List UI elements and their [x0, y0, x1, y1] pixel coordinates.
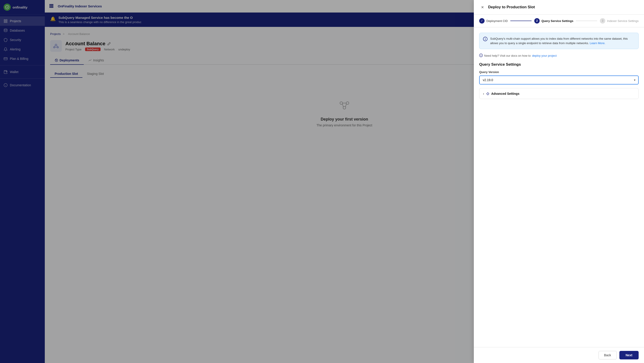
- modal-drawer: ✕ Deploy to Production Slot ✓ Deployment…: [474, 0, 644, 363]
- modal-footer: Back Next: [474, 347, 644, 363]
- step-1-label: Deployment CID: [486, 19, 508, 23]
- info-icon: [483, 37, 488, 45]
- step-3-label: Indexer Service Settings: [607, 19, 639, 23]
- step-deployment-cid: ✓ Deployment CID: [479, 18, 508, 24]
- modal-body: SubQuery's multi-chain support allows yo…: [474, 27, 644, 347]
- query-version-field: Query Version v2.19.0 v2.18.0 v2.17.0 v2…: [479, 70, 639, 85]
- modal-title: Deploy to Production Slot: [488, 5, 535, 10]
- advanced-settings-toggle[interactable]: › ◇ Advanced Settings: [480, 88, 638, 99]
- step-1-circle: ✓: [479, 18, 484, 24]
- deploy-docs-link[interactable]: deploy your project: [532, 54, 557, 57]
- modal-close-button[interactable]: ✕: [479, 4, 486, 10]
- help-icon: [479, 54, 483, 58]
- section-title: Query Service Settings: [479, 62, 639, 67]
- svg-point-36: [481, 55, 481, 55]
- learn-more-link[interactable]: Learn More.: [590, 42, 605, 45]
- step-connector-2: [576, 21, 597, 21]
- step-2-label: Query Service Settings: [542, 19, 573, 23]
- step-indexer-service: 3 Indexer Service Settings: [600, 18, 639, 24]
- modal-stepper: ✓ Deployment CID 2 Query Service Setting…: [474, 15, 644, 27]
- advanced-diamond-icon: ◇: [486, 91, 489, 96]
- svg-point-34: [485, 38, 486, 39]
- multichain-info-box: SubQuery's multi-chain support allows yo…: [479, 33, 639, 49]
- query-version-select-wrapper: v2.19.0 v2.18.0 v2.17.0 v2.16.0 ▾: [479, 76, 639, 85]
- help-text: Need help? Visit our docs on how to depl…: [479, 54, 639, 58]
- query-version-select[interactable]: v2.19.0 v2.18.0 v2.17.0 v2.16.0: [479, 76, 639, 85]
- step-2-circle: 2: [534, 18, 540, 24]
- next-button[interactable]: Next: [619, 351, 639, 359]
- step-connector-1: [510, 21, 532, 21]
- query-version-label: Query Version: [479, 70, 639, 74]
- advanced-chevron-icon: ›: [483, 92, 484, 96]
- info-text: SubQuery's multi-chain support allows yo…: [490, 37, 635, 45]
- step-query-service: 2 Query Service Settings: [534, 18, 573, 24]
- advanced-settings-label: Advanced Settings: [491, 92, 520, 96]
- modal-header: ✕ Deploy to Production Slot: [474, 0, 644, 15]
- step-3-circle: 3: [600, 18, 605, 24]
- advanced-settings-box: › ◇ Advanced Settings: [479, 88, 639, 99]
- back-button[interactable]: Back: [598, 351, 617, 359]
